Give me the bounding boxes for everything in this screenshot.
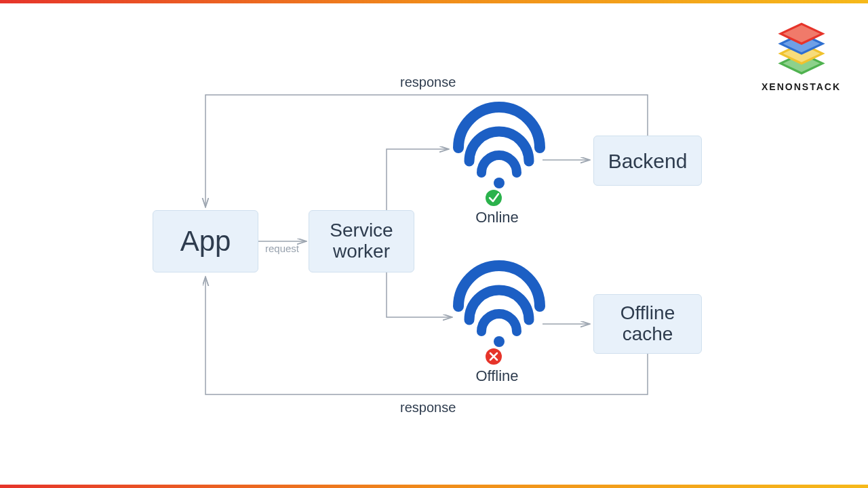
label-response-top: response <box>400 75 456 90</box>
check-badge-icon <box>486 190 502 206</box>
node-offline-cache: Offline cache <box>593 294 702 354</box>
node-backend: Backend <box>593 136 702 186</box>
wifi-online-icon <box>458 107 540 206</box>
svg-point-8 <box>494 178 505 188</box>
arrow-sw-to-offline <box>387 272 451 317</box>
label-online: Online <box>473 209 521 226</box>
node-service-worker: Service worker <box>309 210 414 272</box>
node-backend-label: Backend <box>608 150 688 172</box>
node-cache-label: Offline cache <box>620 303 675 345</box>
label-offline: Offline <box>472 367 522 385</box>
node-sw-label: Service worker <box>330 220 393 262</box>
arrow-backend-response <box>205 95 648 206</box>
node-app: App <box>153 210 258 272</box>
node-app-label: App <box>180 226 231 257</box>
svg-point-9 <box>494 336 505 347</box>
label-request: request <box>265 243 299 254</box>
arrow-sw-to-online <box>387 149 448 210</box>
arrow-cache-response <box>205 278 648 394</box>
label-response-bottom: response <box>400 400 456 415</box>
wifi-offline-icon <box>458 266 540 365</box>
